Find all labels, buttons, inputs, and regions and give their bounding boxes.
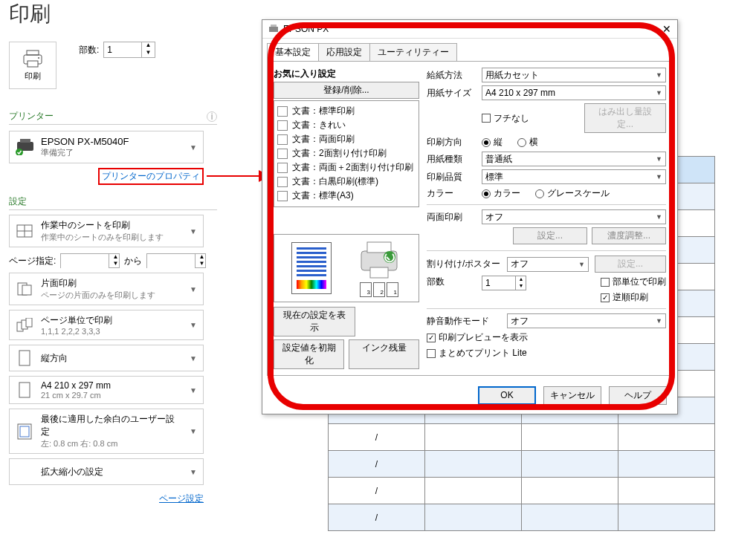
- per-unit-checkbox[interactable]: 部単位で印刷: [601, 276, 666, 288]
- chevron-down-icon: ▼: [656, 173, 662, 180]
- page-setup-link[interactable]: ページ設定: [9, 492, 204, 505]
- collate-icon: [16, 316, 33, 334]
- svg-rect-5: [20, 139, 30, 143]
- color-radio[interactable]: カラー: [482, 187, 520, 200]
- svg-rect-20: [271, 25, 277, 27]
- doc-icon: [277, 120, 288, 131]
- orient-portrait-radio[interactable]: 縦: [482, 136, 503, 149]
- print-button[interactable]: 印刷: [9, 42, 56, 89]
- svg-rect-18: [20, 426, 29, 437]
- quality-select[interactable]: 標準▼: [482, 169, 666, 184]
- doc-icon: [277, 177, 288, 187]
- dialog-title: EPSON PX: [283, 24, 329, 34]
- svg-rect-2: [28, 61, 38, 67]
- setting-print-sheets[interactable]: 作業中のシートを印刷作業中のシートのみを印刷します ▼: [9, 215, 204, 247]
- svg-rect-15: [19, 351, 30, 365]
- page-from-input[interactable]: ▲▼: [60, 253, 120, 268]
- ok-button[interactable]: OK: [478, 386, 536, 405]
- printer-properties-dialog: EPSON PX ✕ 基本設定 応用設定 ユーティリティー お気に入り設定 登録…: [262, 19, 678, 414]
- orientation-icon: [16, 349, 33, 367]
- annotation-arrow: [207, 175, 269, 177]
- page-title: 印刷: [9, 0, 232, 28]
- page-to-input[interactable]: ▲▼: [146, 253, 206, 268]
- doc-icon: [277, 106, 288, 117]
- size-select[interactable]: A4 210 x 297 mm▼: [482, 85, 666, 100]
- fav-item[interactable]: 文書：白黒印刷(標準): [276, 175, 417, 189]
- chevron-down-icon: ▼: [656, 155, 662, 163]
- favorites-title: お気に入り設定: [274, 68, 419, 80]
- fav-item[interactable]: 文書：両面＋2面割り付け印刷: [276, 160, 417, 175]
- close-button[interactable]: ✕: [662, 23, 671, 35]
- media-select[interactable]: 普通紙▼: [482, 152, 666, 166]
- sheets-icon: [16, 222, 33, 240]
- printer-illustration: [357, 239, 401, 279]
- chevron-down-icon: ▼: [190, 321, 197, 329]
- svg-rect-11: [22, 285, 31, 295]
- setting-paper-size[interactable]: A4 210 x 297 mm21 cm x 29.7 cm ▼: [9, 376, 204, 404]
- printer-properties-link[interactable]: プリンターのプロパティ: [9, 168, 204, 185]
- duplex-select[interactable]: オフ▼: [482, 209, 666, 224]
- svg-rect-16: [19, 383, 30, 397]
- copies-input[interactable]: ▲▼: [482, 276, 526, 290]
- reverse-checkbox[interactable]: ✓逆順印刷: [601, 291, 666, 304]
- chevron-down-icon: ▼: [190, 227, 197, 235]
- printer-icon: [268, 25, 279, 33]
- chevron-down-icon: ▼: [656, 213, 662, 221]
- density-button[interactable]: 濃度調整...: [592, 227, 666, 244]
- fav-item[interactable]: 文書：標準(A3): [276, 189, 417, 203]
- copies-spinner[interactable]: ▲▼: [103, 42, 155, 58]
- setting-margin[interactable]: 最後に適用した余白のユーザー設定左: 0.8 cm 右: 0.8 cm ▼: [9, 409, 204, 454]
- margin-amount-button[interactable]: はみ出し量設定...: [584, 103, 666, 133]
- tab-utility[interactable]: ユーティリティー: [369, 43, 457, 61]
- reset-button[interactable]: 設定値を初期化: [274, 339, 344, 369]
- chevron-down-icon: ▼: [190, 427, 197, 435]
- spinner-down-icon[interactable]: ▼: [142, 50, 154, 57]
- help-button[interactable]: ヘルプ: [609, 386, 667, 405]
- chevron-down-icon: ▼: [190, 143, 197, 152]
- printer-status: 準備完了: [41, 147, 184, 158]
- lite-checkbox[interactable]: まとめてプリント Lite: [427, 347, 666, 360]
- setting-orientation[interactable]: 縦方向 ▼: [9, 345, 204, 371]
- setting-side[interactable]: 片面印刷ページの片面のみを印刷します ▼: [9, 273, 204, 305]
- show-current-button[interactable]: 現在の設定を表示: [274, 307, 355, 336]
- tab-basic[interactable]: 基本設定: [267, 43, 319, 61]
- setting-collate[interactable]: ページ単位で印刷1,1,1 2,2,2 3,3,3 ▼: [9, 310, 204, 340]
- printer-dropdown[interactable]: EPSON PX-M5040F 準備完了 ▼: [9, 131, 204, 163]
- copies-input[interactable]: [104, 43, 141, 56]
- doc-icon: [277, 149, 288, 159]
- chevron-down-icon: ▼: [578, 261, 585, 268]
- layout-settings-button[interactable]: 設定...: [595, 256, 666, 273]
- side-icon: [16, 280, 33, 298]
- printer-section-title: プリンター: [9, 110, 54, 123]
- orient-landscape-radio[interactable]: 横: [517, 136, 538, 149]
- fav-item[interactable]: 文書：2面割り付け印刷: [276, 146, 417, 160]
- info-icon[interactable]: i: [207, 111, 217, 122]
- fav-item[interactable]: 文書：両面印刷: [276, 132, 417, 146]
- print-button-label: 印刷: [25, 71, 41, 82]
- duplex-settings-button[interactable]: 設定...: [513, 227, 587, 244]
- setting-scale[interactable]: 拡大縮小の設定 ▼: [9, 458, 204, 485]
- order-thumbs: 321: [360, 282, 398, 297]
- doc-icon: [277, 191, 288, 201]
- quiet-select[interactable]: オフ▼: [507, 313, 666, 328]
- grayscale-radio[interactable]: グレースケール: [535, 187, 610, 200]
- chevron-down-icon: ▼: [656, 317, 662, 325]
- cancel-button[interactable]: キャンセル: [543, 386, 601, 405]
- fav-item[interactable]: 文書：標準印刷: [276, 104, 417, 118]
- register-delete-button[interactable]: 登録/削除...: [274, 82, 419, 99]
- feed-select[interactable]: 用紙カセット▼: [482, 68, 666, 82]
- tab-row: 基本設定 応用設定 ユーティリティー: [267, 43, 673, 61]
- favorites-list: 文書：標準印刷 文書：きれい 文書：両面印刷 文書：2面割り付け印刷 文書：両面…: [274, 100, 419, 207]
- chevron-down-icon: ▼: [190, 468, 197, 476]
- layout-select[interactable]: オフ▼: [507, 257, 589, 272]
- borderless-checkbox[interactable]: フチなし: [482, 112, 529, 125]
- ink-button[interactable]: インク残量: [349, 339, 419, 369]
- fav-item[interactable]: 文書：きれい: [276, 118, 417, 132]
- page-preview: [291, 242, 332, 294]
- preview-checkbox[interactable]: ✓印刷プレビューを表示: [427, 331, 666, 344]
- chevron-down-icon: ▼: [190, 354, 197, 362]
- copies-label: 部数:: [79, 44, 99, 56]
- svg-rect-22: [367, 242, 391, 253]
- tab-advanced[interactable]: 応用設定: [318, 43, 370, 61]
- doc-icon: [277, 134, 288, 145]
